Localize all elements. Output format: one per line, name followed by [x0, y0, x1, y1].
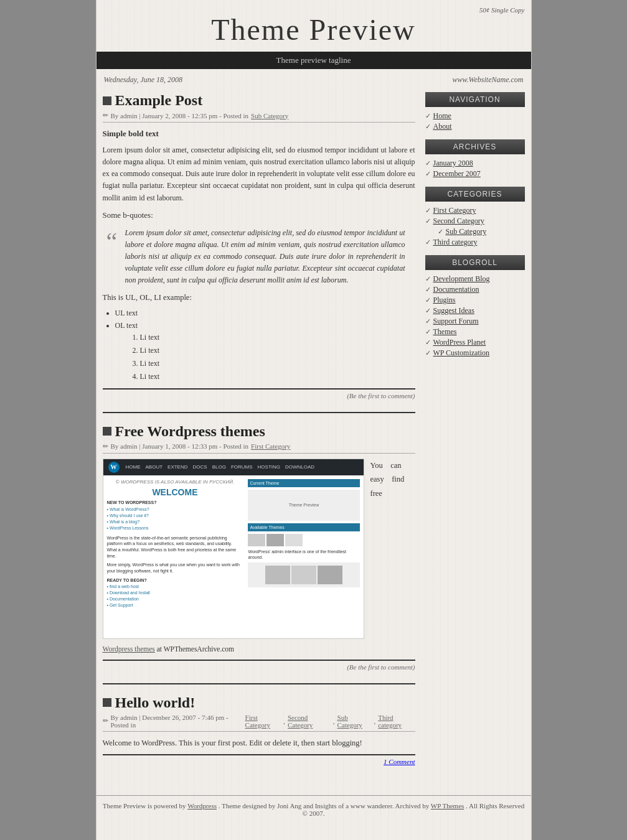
- wp-nav-about: ABOUT: [146, 464, 163, 470]
- footer-wp-themes-link[interactable]: WP Themes: [431, 802, 464, 810]
- sidebar-navigation: Navigation ✓ Home ✓ About: [425, 92, 525, 132]
- list-item: Li text: [140, 345, 415, 357]
- hello-cat-4[interactable]: Third category: [378, 714, 415, 729]
- wp-available-themes: Available Themes: [248, 523, 359, 531]
- wp-get-support: • Get Support: [107, 602, 243, 609]
- sidebar-archives-heading: Archives: [425, 139, 525, 154]
- wp-nav-hosting: HOSTING: [258, 464, 280, 470]
- wp-nav-blog: BLOG: [212, 464, 226, 470]
- ol-item-label: OL text Li text Li text Li text Li text: [115, 320, 415, 383]
- comment-link-wp[interactable]: (Be the first to comment): [347, 663, 415, 671]
- sidebar-link-second-cat[interactable]: Second Category: [433, 217, 484, 226]
- sidebar-link-docs[interactable]: Documentation: [433, 285, 479, 294]
- sidebar-item-docs: ✓ Documentation: [425, 284, 525, 295]
- wp-caption-suffix: at WPThemesArchive.com: [155, 645, 234, 653]
- ol-item-text: OL text: [115, 321, 138, 330]
- list-item: Li text: [140, 371, 415, 383]
- wp-screenshot: W HOME ABOUT EXTEND DOCS BLOG FORUMS HOS…: [103, 459, 364, 639]
- hello-cat-2[interactable]: Second Category: [288, 714, 331, 729]
- ul-list: UL text OL text Li text Li text Li text …: [115, 307, 415, 383]
- tagline-bar: Theme preview tagline: [97, 52, 531, 69]
- sidebar-archives-list: ✓ January 2008 ✓ December 2007: [425, 158, 525, 179]
- sidebar-link-sub-cat[interactable]: Sub Category: [446, 227, 487, 236]
- wp-nav-docs: DOCS: [193, 464, 207, 470]
- wp-admin-interface: WordPress' admin interface is one of the…: [248, 549, 359, 560]
- blockquote: Lorem ipsum dolor sit amet, consectetur …: [113, 227, 405, 287]
- post-wordpress-themes: Free Wordpress themes ✏ By admin | Janua…: [103, 423, 415, 671]
- wp-new-to-wp: NEW TO WORDPRESS?: [107, 500, 243, 506]
- post-meta-text: By admin | January 2, 2008 - 12:35 pm - …: [111, 112, 249, 119]
- sidebar-link-home[interactable]: Home: [433, 111, 451, 121]
- check-icon-dec: ✓: [425, 170, 431, 178]
- sidebar-item-wp-planet: ✓ WordPress Planet: [425, 337, 525, 348]
- hello-body-text: Welcome to WordPress. This is your first…: [103, 737, 415, 749]
- sidebar-categories-heading: Categories: [425, 187, 525, 202]
- check-icon-bl2: ✓: [425, 286, 431, 294]
- comment-link-hello[interactable]: 1 Comment: [384, 758, 415, 765]
- sidebar-link-plugins[interactable]: Plugins: [433, 296, 456, 305]
- sidebar-item-third-cat: ✓ Third category: [425, 237, 525, 248]
- post-body-example: Simple bold text Lorem ipsum dolor sit a…: [103, 128, 415, 383]
- title-square-icon: [103, 96, 111, 105]
- post-footer-wp: (Be the first to comment): [103, 660, 415, 671]
- post-title-hello: Hello world!: [103, 694, 415, 711]
- check-icon-bl5: ✓: [425, 317, 431, 325]
- pencil-icon-2: ✏: [103, 442, 108, 450]
- wp-right-panel: Current Theme Theme Preview Available Th…: [248, 479, 359, 633]
- sidebar-link-support[interactable]: Support Forum: [433, 317, 479, 326]
- check-icon-bl3: ✓: [425, 296, 431, 304]
- wp-current-theme: Current Theme: [248, 479, 359, 487]
- wp-theme-thumb-2: [266, 534, 284, 546]
- wp-text-right: You can easy find free: [370, 459, 405, 639]
- check-icon-jan: ✓: [425, 159, 431, 167]
- wp-themes-link[interactable]: Wordpress themes: [103, 645, 155, 653]
- sidebar-link-dec2007[interactable]: December 2007: [433, 169, 481, 179]
- wp-logo-icon: W: [108, 462, 120, 473]
- sidebar-link-jan2008[interactable]: January 2008: [433, 159, 473, 168]
- sidebar-link-first-cat[interactable]: First Category: [433, 206, 476, 215]
- post-category-link[interactable]: Sub Category: [251, 112, 288, 119]
- comment-link-example[interactable]: (Be the first to comment): [347, 392, 415, 399]
- post-divider: [103, 412, 415, 413]
- wp-nav-download: DOWNLOAD: [285, 464, 314, 470]
- post-footer-hello: 1 Comment: [103, 754, 415, 765]
- sidebar-item-themes: ✓ Themes: [425, 327, 525, 337]
- sidebar-item-devblog: ✓ Development Blog: [425, 274, 525, 284]
- check-icon-cat4: ✓: [425, 238, 431, 246]
- pencil-icon: ✏: [103, 111, 108, 119]
- sidebar-link-devblog[interactable]: Development Blog: [433, 274, 490, 284]
- list-item: Li text: [140, 332, 415, 343]
- wp-theme-preview-label: Theme Preview: [289, 503, 319, 507]
- wp-image-section: W HOME ABOUT EXTEND DOCS BLOG FORUMS HOS…: [103, 459, 415, 639]
- post-divider-2: [103, 683, 415, 684]
- sidebar-link-third-cat[interactable]: Third category: [433, 238, 478, 247]
- wp-intro: NEW TO WORDPRESS? • What is WordPress? •…: [107, 500, 243, 609]
- sidebar-navigation-heading: Navigation: [425, 92, 525, 107]
- wp-screen-1: [265, 566, 290, 584]
- hello-cat-1[interactable]: First Category: [245, 714, 281, 729]
- wp-body: © WORDPRESS IS ALSO AVAILABLE IN РУССКИЙ…: [103, 475, 364, 637]
- sidebar-archives: Archives ✓ January 2008 ✓ December 2007: [425, 139, 525, 179]
- footer-text: Theme Preview is powered by: [103, 802, 186, 810]
- wp-why-blog: • Why should I use it?: [107, 513, 243, 519]
- header-website: www.WebsiteName.com: [453, 75, 524, 85]
- sidebar-link-wp-planet[interactable]: WordPress Planet: [433, 338, 486, 347]
- pencil-icon-3: ✏: [103, 717, 108, 725]
- wp-left-panel: © WORDPRESS IS ALSO AVAILABLE IN РУССКИЙ…: [107, 479, 243, 633]
- sidebar-link-suggest[interactable]: Suggest Ideas: [433, 306, 474, 315]
- sidebar-link-about[interactable]: About: [433, 122, 452, 131]
- sidebar-link-themes[interactable]: Themes: [433, 327, 457, 337]
- footer-wordpress-link[interactable]: Wordpress: [187, 802, 217, 810]
- check-icon-bl1: ✓: [425, 275, 431, 283]
- ol-list: Li text Li text Li text Li text: [140, 332, 415, 383]
- wp-text-easy: easy find: [370, 472, 405, 487]
- list-item: Li text: [140, 358, 415, 370]
- wp-nav-forums: FORUMS: [231, 464, 253, 470]
- post-category-link-wp[interactable]: First Category: [251, 442, 290, 450]
- header-meta: Wednesday, June 18, 2008 www.WebsiteName…: [97, 73, 531, 87]
- check-icon-bl4: ✓: [425, 307, 431, 315]
- hello-cat-3[interactable]: Sub Category: [337, 714, 372, 729]
- sidebar-link-wp-custom[interactable]: WP Customization: [433, 348, 490, 358]
- wp-nav-home: HOME: [126, 464, 141, 470]
- post-title-wp: Free Wordpress themes: [103, 423, 415, 440]
